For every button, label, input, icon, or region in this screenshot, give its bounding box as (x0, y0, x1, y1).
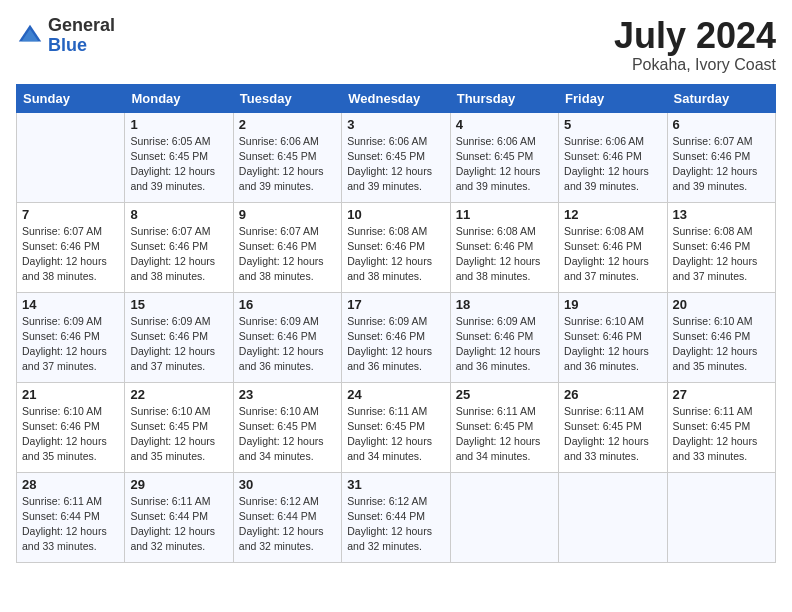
day-detail: Sunrise: 6:11 AMSunset: 6:45 PMDaylight:… (564, 404, 661, 465)
calendar-week-row: 21Sunrise: 6:10 AMSunset: 6:46 PMDayligh… (17, 382, 776, 472)
calendar-week-row: 1Sunrise: 6:05 AMSunset: 6:45 PMDaylight… (17, 112, 776, 202)
calendar-cell: 2Sunrise: 6:06 AMSunset: 6:45 PMDaylight… (233, 112, 341, 202)
day-detail: Sunrise: 6:11 AMSunset: 6:45 PMDaylight:… (673, 404, 770, 465)
calendar-cell: 7Sunrise: 6:07 AMSunset: 6:46 PMDaylight… (17, 202, 125, 292)
calendar-cell: 6Sunrise: 6:07 AMSunset: 6:46 PMDaylight… (667, 112, 775, 202)
day-detail: Sunrise: 6:09 AMSunset: 6:46 PMDaylight:… (22, 314, 119, 375)
day-detail: Sunrise: 6:06 AMSunset: 6:45 PMDaylight:… (456, 134, 553, 195)
calendar-cell: 5Sunrise: 6:06 AMSunset: 6:46 PMDaylight… (559, 112, 667, 202)
calendar-cell: 27Sunrise: 6:11 AMSunset: 6:45 PMDayligh… (667, 382, 775, 472)
day-detail: Sunrise: 6:11 AMSunset: 6:45 PMDaylight:… (347, 404, 444, 465)
day-number: 9 (239, 207, 336, 222)
calendar-cell: 21Sunrise: 6:10 AMSunset: 6:46 PMDayligh… (17, 382, 125, 472)
day-detail: Sunrise: 6:07 AMSunset: 6:46 PMDaylight:… (673, 134, 770, 195)
calendar-cell: 24Sunrise: 6:11 AMSunset: 6:45 PMDayligh… (342, 382, 450, 472)
day-number: 22 (130, 387, 227, 402)
calendar-cell (17, 112, 125, 202)
day-number: 13 (673, 207, 770, 222)
calendar-cell: 26Sunrise: 6:11 AMSunset: 6:45 PMDayligh… (559, 382, 667, 472)
day-detail: Sunrise: 6:06 AMSunset: 6:45 PMDaylight:… (239, 134, 336, 195)
calendar-cell: 1Sunrise: 6:05 AMSunset: 6:45 PMDaylight… (125, 112, 233, 202)
day-number: 18 (456, 297, 553, 312)
day-detail: Sunrise: 6:08 AMSunset: 6:46 PMDaylight:… (347, 224, 444, 285)
calendar-day-header: Monday (125, 84, 233, 112)
calendar-cell: 17Sunrise: 6:09 AMSunset: 6:46 PMDayligh… (342, 292, 450, 382)
day-detail: Sunrise: 6:10 AMSunset: 6:46 PMDaylight:… (564, 314, 661, 375)
day-number: 3 (347, 117, 444, 132)
day-number: 7 (22, 207, 119, 222)
day-detail: Sunrise: 6:06 AMSunset: 6:46 PMDaylight:… (564, 134, 661, 195)
calendar-cell: 3Sunrise: 6:06 AMSunset: 6:45 PMDaylight… (342, 112, 450, 202)
calendar-subtitle: Pokaha, Ivory Coast (614, 56, 776, 74)
calendar-week-row: 7Sunrise: 6:07 AMSunset: 6:46 PMDaylight… (17, 202, 776, 292)
day-detail: Sunrise: 6:09 AMSunset: 6:46 PMDaylight:… (130, 314, 227, 375)
calendar-cell: 29Sunrise: 6:11 AMSunset: 6:44 PMDayligh… (125, 472, 233, 562)
calendar-cell: 16Sunrise: 6:09 AMSunset: 6:46 PMDayligh… (233, 292, 341, 382)
day-detail: Sunrise: 6:08 AMSunset: 6:46 PMDaylight:… (564, 224, 661, 285)
calendar-day-header: Friday (559, 84, 667, 112)
calendar-cell (667, 472, 775, 562)
calendar-cell: 19Sunrise: 6:10 AMSunset: 6:46 PMDayligh… (559, 292, 667, 382)
day-detail: Sunrise: 6:11 AMSunset: 6:44 PMDaylight:… (130, 494, 227, 555)
calendar-title: July 2024 (614, 16, 776, 56)
day-number: 30 (239, 477, 336, 492)
calendar-cell: 20Sunrise: 6:10 AMSunset: 6:46 PMDayligh… (667, 292, 775, 382)
day-number: 16 (239, 297, 336, 312)
day-detail: Sunrise: 6:07 AMSunset: 6:46 PMDaylight:… (239, 224, 336, 285)
calendar-cell: 10Sunrise: 6:08 AMSunset: 6:46 PMDayligh… (342, 202, 450, 292)
calendar-table: SundayMondayTuesdayWednesdayThursdayFrid… (16, 84, 776, 563)
calendar-cell: 9Sunrise: 6:07 AMSunset: 6:46 PMDaylight… (233, 202, 341, 292)
day-detail: Sunrise: 6:11 AMSunset: 6:45 PMDaylight:… (456, 404, 553, 465)
calendar-day-header: Saturday (667, 84, 775, 112)
day-detail: Sunrise: 6:07 AMSunset: 6:46 PMDaylight:… (22, 224, 119, 285)
day-detail: Sunrise: 6:10 AMSunset: 6:46 PMDaylight:… (22, 404, 119, 465)
calendar-cell (559, 472, 667, 562)
day-number: 2 (239, 117, 336, 132)
day-number: 8 (130, 207, 227, 222)
day-number: 27 (673, 387, 770, 402)
calendar-cell: 11Sunrise: 6:08 AMSunset: 6:46 PMDayligh… (450, 202, 558, 292)
calendar-cell: 28Sunrise: 6:11 AMSunset: 6:44 PMDayligh… (17, 472, 125, 562)
day-number: 1 (130, 117, 227, 132)
day-number: 23 (239, 387, 336, 402)
calendar-week-row: 28Sunrise: 6:11 AMSunset: 6:44 PMDayligh… (17, 472, 776, 562)
calendar-cell: 31Sunrise: 6:12 AMSunset: 6:44 PMDayligh… (342, 472, 450, 562)
calendar-cell: 22Sunrise: 6:10 AMSunset: 6:45 PMDayligh… (125, 382, 233, 472)
day-number: 14 (22, 297, 119, 312)
day-number: 28 (22, 477, 119, 492)
day-number: 26 (564, 387, 661, 402)
day-number: 21 (22, 387, 119, 402)
day-number: 15 (130, 297, 227, 312)
day-number: 31 (347, 477, 444, 492)
day-detail: Sunrise: 6:06 AMSunset: 6:45 PMDaylight:… (347, 134, 444, 195)
day-number: 12 (564, 207, 661, 222)
day-number: 5 (564, 117, 661, 132)
day-number: 20 (673, 297, 770, 312)
calendar-cell: 18Sunrise: 6:09 AMSunset: 6:46 PMDayligh… (450, 292, 558, 382)
day-detail: Sunrise: 6:11 AMSunset: 6:44 PMDaylight:… (22, 494, 119, 555)
calendar-cell: 23Sunrise: 6:10 AMSunset: 6:45 PMDayligh… (233, 382, 341, 472)
day-detail: Sunrise: 6:08 AMSunset: 6:46 PMDaylight:… (456, 224, 553, 285)
day-number: 24 (347, 387, 444, 402)
calendar-cell: 13Sunrise: 6:08 AMSunset: 6:46 PMDayligh… (667, 202, 775, 292)
logo-icon (16, 22, 44, 50)
calendar-day-header: Tuesday (233, 84, 341, 112)
calendar-cell: 15Sunrise: 6:09 AMSunset: 6:46 PMDayligh… (125, 292, 233, 382)
day-number: 19 (564, 297, 661, 312)
calendar-cell (450, 472, 558, 562)
day-detail: Sunrise: 6:12 AMSunset: 6:44 PMDaylight:… (239, 494, 336, 555)
day-number: 10 (347, 207, 444, 222)
day-detail: Sunrise: 6:08 AMSunset: 6:46 PMDaylight:… (673, 224, 770, 285)
day-detail: Sunrise: 6:09 AMSunset: 6:46 PMDaylight:… (239, 314, 336, 375)
day-detail: Sunrise: 6:05 AMSunset: 6:45 PMDaylight:… (130, 134, 227, 195)
day-number: 6 (673, 117, 770, 132)
calendar-cell: 12Sunrise: 6:08 AMSunset: 6:46 PMDayligh… (559, 202, 667, 292)
day-detail: Sunrise: 6:07 AMSunset: 6:46 PMDaylight:… (130, 224, 227, 285)
day-number: 11 (456, 207, 553, 222)
calendar-day-header: Thursday (450, 84, 558, 112)
day-number: 25 (456, 387, 553, 402)
calendar-header-row: SundayMondayTuesdayWednesdayThursdayFrid… (17, 84, 776, 112)
day-detail: Sunrise: 6:10 AMSunset: 6:45 PMDaylight:… (130, 404, 227, 465)
calendar-day-header: Wednesday (342, 84, 450, 112)
title-block: July 2024 Pokaha, Ivory Coast (614, 16, 776, 74)
